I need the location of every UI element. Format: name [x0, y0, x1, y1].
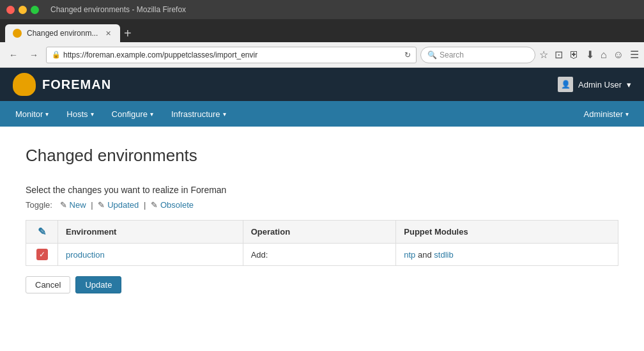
user-menu[interactable]: 👤 Admin User ▾ — [558, 77, 631, 92]
toggle-label: Toggle: — [26, 200, 52, 210]
nav-infrastructure[interactable]: Infrastructure ▾ — [162, 101, 235, 127]
search-placeholder: Search — [440, 51, 464, 59]
sep2: | — [141, 200, 148, 210]
col-operation: Operation — [243, 221, 396, 244]
col-environment: Environment — [58, 221, 243, 244]
col-checkbox: ✎ — [26, 221, 58, 244]
cancel-button[interactable]: Cancel — [26, 276, 70, 293]
monitor-arrow: ▾ — [45, 111, 49, 118]
toggle-row: Toggle: ✎ New | ✎ Updated | ✎ Obsolete — [26, 200, 618, 210]
tab-title: Changed environm... — [27, 29, 98, 38]
row-puppet-modules-cell: ntp and stdlib — [396, 244, 618, 266]
address-bar[interactable]: 🔒 https://foreman.example.com/puppetclas… — [46, 47, 417, 63]
edit-icon-obsolete: ✎ — [151, 200, 158, 210]
close-button[interactable] — [6, 6, 15, 14]
infrastructure-arrow: ▾ — [223, 111, 226, 118]
search-icon: 🔍 — [427, 51, 437, 59]
administer-arrow: ▾ — [625, 111, 629, 118]
sep1: | — [89, 200, 96, 210]
browser-titlebar: Changed environments - Mozilla Firefox — [0, 0, 644, 19]
check-all-icon[interactable]: ✎ — [38, 226, 46, 237]
titlebar-title: Changed environments - Mozilla Firefox — [50, 5, 186, 14]
minimize-button[interactable] — [19, 6, 27, 14]
browser-toolbar-icons: ☆ ⊡ ⛨ ⬇ ⌂ ☺ ☰ — [539, 49, 639, 61]
new-tab-button[interactable]: + — [124, 24, 132, 42]
nav-hosts[interactable]: Hosts ▾ — [57, 101, 102, 127]
wallet-icon[interactable]: ⊡ — [555, 49, 563, 61]
page-title: Changed environments — [26, 146, 618, 166]
menu-icon[interactable]: ☰ — [630, 49, 639, 61]
browser-addressbar: ← → 🔒 https://foreman.example.com/puppet… — [0, 42, 644, 68]
update-button[interactable]: Update — [75, 276, 121, 293]
maximize-button[interactable] — [31, 6, 39, 14]
row-operation-cell: Add: — [243, 244, 396, 266]
nav-right: Administer ▾ — [575, 101, 638, 127]
page-description: Select the changes you want to realize i… — [26, 185, 618, 195]
browser-search-box[interactable]: 🔍 Search — [420, 47, 535, 63]
user-avatar: 👤 — [558, 77, 573, 92]
lock-icon: 🔒 — [52, 51, 61, 59]
refresh-button[interactable]: ↻ — [404, 51, 411, 59]
row-checkbox[interactable]: ✓ — [36, 249, 48, 260]
edit-icon-new: ✎ — [60, 200, 67, 210]
nav-monitor[interactable]: Monitor ▾ — [6, 101, 57, 127]
nav-administer[interactable]: Administer ▾ — [575, 101, 638, 127]
puppet-module-stdlib[interactable]: stdlib — [434, 250, 453, 260]
foreman-logo: FOREMAN — [13, 73, 111, 96]
foreman-app-name: FOREMAN — [42, 77, 111, 92]
puppet-module-ntp[interactable]: ntp — [404, 250, 415, 260]
puppet-modules-sep: and — [418, 250, 434, 260]
hosts-arrow: ▾ — [91, 111, 94, 118]
toggle-obsolete-link[interactable]: Obsolete — [160, 200, 194, 210]
active-tab[interactable]: Changed environm... ✕ — [5, 24, 120, 42]
row-checkbox-cell: ✓ — [26, 244, 58, 266]
user-menu-arrow: ▾ — [627, 80, 631, 90]
download-icon[interactable]: ⬇ — [586, 49, 594, 61]
bookmark-icon[interactable]: ☆ — [539, 49, 548, 61]
environment-link[interactable]: production — [66, 250, 105, 260]
edit-icon-updated: ✎ — [98, 200, 105, 210]
tab-favicon — [13, 29, 22, 38]
operation-text: Add: — [251, 250, 268, 260]
foreman-helmet-icon — [13, 73, 36, 96]
action-buttons: Cancel Update — [26, 276, 618, 293]
emoji-icon[interactable]: ☺ — [613, 49, 624, 61]
url-text: https://foreman.example.com/puppetclasse… — [63, 51, 257, 59]
user-name: Admin User — [578, 80, 622, 90]
environments-table: ✎ Environment Operation Puppet Modules ✓ — [26, 220, 618, 266]
forward-button[interactable]: → — [26, 47, 42, 63]
home-icon[interactable]: ⌂ — [601, 49, 607, 61]
configure-arrow: ▾ — [150, 111, 153, 118]
content-area: Changed environments Select the changes … — [0, 127, 644, 350]
toggle-new-link[interactable]: New — [70, 200, 86, 210]
browser-tabbar: Changed environm... ✕ + — [0, 19, 644, 42]
col-puppet-modules: Puppet Modules — [396, 221, 618, 244]
nav-configure[interactable]: Configure ▾ — [103, 101, 162, 127]
shield-icon[interactable]: ⛨ — [569, 49, 579, 61]
back-button[interactable]: ← — [5, 47, 22, 63]
nav-left: Monitor ▾ Hosts ▾ Configure ▾ Infrastruc… — [6, 101, 235, 127]
row-environment-cell: production — [58, 244, 243, 266]
window-controls[interactable] — [6, 6, 39, 14]
tab-close-button[interactable]: ✕ — [105, 29, 111, 38]
foreman-navbar: Monitor ▾ Hosts ▾ Configure ▾ Infrastruc… — [0, 101, 644, 127]
toggle-updated-link[interactable]: Updated — [107, 200, 139, 210]
table-row: ✓ production Add: ntp and stdlib — [26, 244, 618, 266]
foreman-header: FOREMAN 👤 Admin User ▾ — [0, 68, 644, 101]
